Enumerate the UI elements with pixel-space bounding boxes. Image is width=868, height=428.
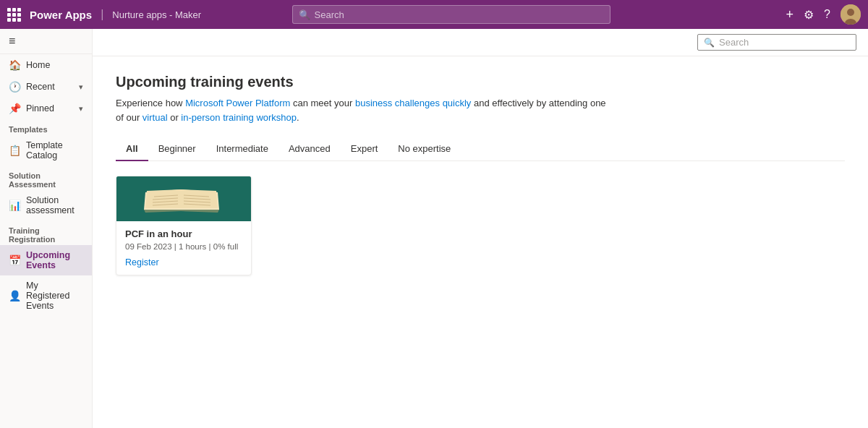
- main-search-box[interactable]: 🔍: [697, 34, 856, 51]
- tab-beginner[interactable]: Beginner: [148, 137, 206, 161]
- sidebar-recent-label: Recent: [26, 82, 73, 92]
- tab-no-expertise[interactable]: No expertise: [388, 137, 461, 161]
- business-challenges-link[interactable]: business challenges quickly: [355, 98, 471, 108]
- tab-expert[interactable]: Expert: [341, 137, 388, 161]
- sidebar-hamburger[interactable]: ≡: [0, 29, 92, 54]
- register-link[interactable]: Register: [125, 257, 159, 268]
- recent-icon: 🕐: [9, 81, 20, 93]
- sidebar-item-my-registered-events[interactable]: 👤 My Registered Events: [0, 275, 92, 316]
- search-icon: 🔍: [299, 9, 310, 20]
- sidebar-template-catalog-label: Template Catalog: [26, 140, 83, 160]
- global-search-input[interactable]: [315, 9, 604, 20]
- help-icon[interactable]: ?: [824, 8, 830, 21]
- filter-tabs: All Beginner Intermediate Advanced Exper…: [116, 137, 845, 161]
- main-topbar: 🔍: [93, 29, 868, 56]
- topbar-right-icons: + ⚙ ?: [786, 4, 861, 25]
- svg-point-1: [847, 9, 854, 16]
- sidebar-item-home[interactable]: 🏠 Home: [0, 54, 92, 76]
- template-catalog-icon: 📋: [9, 145, 20, 156]
- tab-intermediate[interactable]: Intermediate: [206, 137, 278, 161]
- in-person-link[interactable]: in-person training workshop: [181, 112, 297, 123]
- sidebar-home-label: Home: [26, 60, 83, 70]
- sidebar-item-template-catalog[interactable]: 📋 Template Catalog: [0, 135, 92, 166]
- events-grid: PCF in an hour 09 Feb 2023 | 1 hours | 0…: [116, 176, 845, 275]
- upcoming-events-icon: 📅: [9, 254, 20, 266]
- topbar-divider: |: [101, 8, 103, 21]
- page-description: Experience how Microsoft Power Platform …: [116, 96, 608, 124]
- sidebar-item-solution-assessment[interactable]: 📊 Solution assessment: [0, 190, 92, 221]
- section-label-templates: Templates: [0, 119, 92, 135]
- main-area: 🔍 Upcoming training events Experience ho…: [93, 29, 868, 428]
- power-platform-link[interactable]: Microsoft Power Platform: [185, 98, 290, 108]
- sidebar-item-pinned[interactable]: 📌 Pinned ▾: [0, 98, 92, 119]
- avatar[interactable]: [841, 4, 861, 25]
- event-fullness: 0% full: [213, 242, 239, 251]
- event-duration: 1 hours: [179, 242, 206, 251]
- section-label-training: Training Registration: [0, 221, 92, 245]
- sidebar: ≡ 🏠 Home 🕐 Recent ▾ 📌 Pinned ▾ Templates…: [0, 29, 93, 428]
- main-search-icon: 🔍: [704, 38, 715, 48]
- sidebar-solution-label: Solution assessment: [26, 195, 83, 215]
- pinned-icon: 📌: [9, 103, 20, 114]
- topbar: Power Apps | Nurture apps - Maker 🔍 + ⚙ …: [0, 0, 868, 29]
- add-icon[interactable]: +: [786, 7, 794, 22]
- global-search-box[interactable]: 🔍: [292, 5, 610, 24]
- main-content: Upcoming training events Experience how …: [93, 56, 868, 428]
- pinned-chevron: ▾: [79, 104, 83, 114]
- hamburger-icon: ≡: [9, 35, 15, 48]
- home-icon: 🏠: [9, 59, 20, 71]
- tab-advanced[interactable]: Advanced: [278, 137, 341, 161]
- sidebar-item-upcoming-events[interactable]: 📅 Upcoming Events: [0, 245, 92, 275]
- event-card-pcf[interactable]: PCF in an hour 09 Feb 2023 | 1 hours | 0…: [116, 176, 252, 275]
- app-name: Power Apps: [30, 9, 92, 21]
- event-card-meta: 09 Feb 2023 | 1 hours | 0% full: [125, 242, 242, 251]
- app-subtitle: Nurture apps - Maker: [112, 9, 201, 20]
- recent-chevron: ▾: [79, 82, 83, 92]
- sidebar-upcoming-label: Upcoming Events: [26, 250, 83, 270]
- page-title: Upcoming training events: [116, 74, 845, 90]
- my-events-icon: 👤: [9, 290, 20, 301]
- sidebar-item-recent[interactable]: 🕐 Recent ▾: [0, 76, 92, 98]
- event-card-body: PCF in an hour 09 Feb 2023 | 1 hours | 0…: [116, 221, 251, 275]
- tab-all[interactable]: All: [116, 137, 148, 161]
- section-label-solution: Solution Assessment: [0, 166, 92, 190]
- virtual-link[interactable]: virtual: [142, 112, 168, 123]
- event-date: 09 Feb 2023: [125, 242, 172, 251]
- solution-assessment-icon: 📊: [9, 200, 20, 211]
- event-card-image: [116, 176, 252, 221]
- waffle-icon[interactable]: [7, 8, 21, 22]
- sidebar-pinned-label: Pinned: [26, 103, 73, 114]
- settings-icon[interactable]: ⚙: [804, 8, 814, 22]
- event-card-title: PCF in an hour: [125, 228, 242, 239]
- main-search-input[interactable]: [719, 37, 850, 48]
- sidebar-my-events-label: My Registered Events: [26, 281, 83, 311]
